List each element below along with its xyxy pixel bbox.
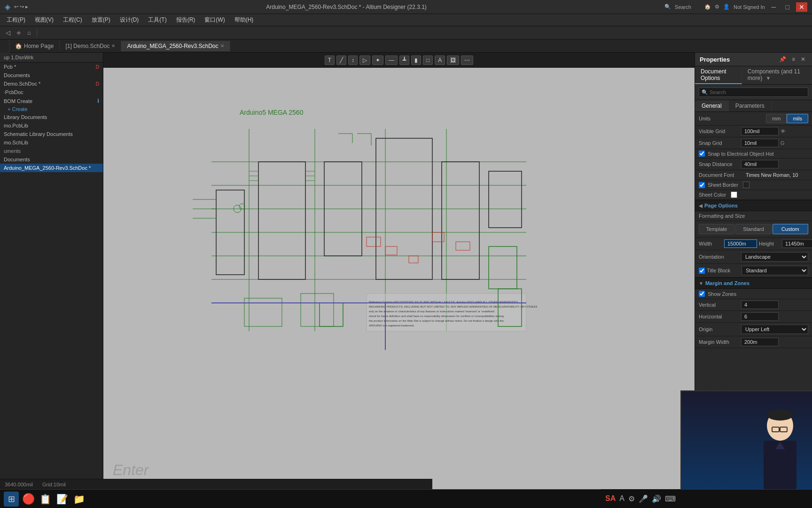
tool-image[interactable]: 🖼: [447, 56, 459, 65]
vertical-input[interactable]: [741, 301, 779, 309]
properties-search-input[interactable]: [699, 87, 808, 97]
unit-mils-button[interactable]: mils: [787, 114, 808, 123]
sidebar-create-btn[interactable]: + Create: [0, 105, 103, 113]
orientation-select[interactable]: Landscape Portrait: [741, 252, 808, 262]
sidebar-item-libdocs[interactable]: Library Documents: [0, 113, 103, 121]
horizontal-input[interactable]: [741, 312, 779, 321]
margin-zones-header[interactable]: ▼ Margin and Zones: [695, 278, 812, 289]
menu-design[interactable]: 设计(D): [116, 15, 143, 25]
sidebar-item-arduino-schdoc[interactable]: Arduino_MEGA_2560-Rev3.SchDoc *: [0, 164, 103, 172]
tab-home[interactable]: 🏠 Home Page: [9, 41, 60, 51]
filter-icon[interactable]: ▼: [766, 75, 771, 81]
tool-power[interactable]: ┻: [399, 56, 409, 65]
menu-project[interactable]: 工程(P): [3, 15, 29, 25]
taskbar-app4[interactable]: 📁: [71, 492, 86, 507]
toolbar-back[interactable]: ◁: [3, 28, 13, 38]
not-signed-in[interactable]: Not Signed In: [734, 4, 765, 10]
tray-icon-volume[interactable]: 🔊: [652, 494, 661, 503]
tab-components[interactable]: Components (and 11 more) ▼: [742, 66, 812, 84]
format-standard-button[interactable]: Standard: [735, 224, 771, 234]
margin-width-input[interactable]: [741, 338, 779, 346]
taskbar-app3[interactable]: 📝: [55, 492, 70, 507]
tab-arrows[interactable]: [0, 40, 9, 53]
tray-icon-keyboard[interactable]: ⌨: [665, 494, 676, 503]
menu-reports[interactable]: 报告(R): [172, 15, 199, 25]
tab-demo-close[interactable]: ✕: [111, 43, 115, 48]
title-block-checkbox[interactable]: [699, 268, 705, 274]
subtab-general[interactable]: General: [695, 100, 729, 111]
tray-icon-mic[interactable]: 🎤: [639, 494, 648, 503]
tool-component[interactable]: ▮: [411, 56, 421, 65]
tab-arduino[interactable]: Arduino_MEGA_2560-Rev3.SchDoc ✕: [121, 41, 230, 51]
tool-bus[interactable]: ▷: [359, 56, 370, 65]
origin-select[interactable]: Upper Left Upper Right Lower Left: [741, 325, 808, 334]
show-zones-checkbox[interactable]: [699, 291, 705, 297]
visible-grid-input[interactable]: [741, 127, 779, 135]
sheet-border-checkbox[interactable]: [699, 182, 705, 188]
sidebar-item-pcblib[interactable]: mo.PcbLib: [0, 121, 103, 130]
tool-junction[interactable]: ✦: [372, 56, 383, 65]
tool-wire[interactable]: ╱: [336, 56, 346, 65]
tool-text[interactable]: A: [435, 56, 445, 65]
menu-tools[interactable]: 工具(T): [144, 15, 170, 25]
snap-electrical-checkbox[interactable]: [699, 151, 705, 157]
tray-icon-a[interactable]: A: [619, 494, 625, 503]
format-template-button[interactable]: Template: [699, 224, 734, 234]
tool-place[interactable]: ↕: [348, 56, 358, 65]
svg-point-65: [767, 409, 793, 421]
tool-rect[interactable]: □: [423, 56, 433, 65]
sidebar-item-pcb[interactable]: Pcb * D: [0, 63, 103, 71]
tool-select[interactable]: T: [325, 56, 335, 65]
sidebar-item-uments[interactable]: uments: [0, 147, 103, 155]
tab-arduino-close[interactable]: ✕: [220, 43, 224, 48]
editor-canvas[interactable]: Arduino5 MEGA 2560: [103, 68, 695, 498]
sidebar-item-schlibdocs[interactable]: Schematic Library Documents: [0, 130, 103, 138]
snap-grid-input[interactable]: [741, 139, 779, 147]
panel-pin-button[interactable]: 📌: [777, 56, 788, 63]
title-block-select[interactable]: Standard ANSI: [742, 266, 808, 275]
sidebar-item-demoschdoc[interactable]: Demo.SchDoc * D: [0, 79, 103, 88]
snap-grid-key-icon[interactable]: G: [781, 140, 785, 146]
sheet-border-color-swatch[interactable]: [743, 182, 750, 188]
tab-demo[interactable]: [1] Demo.SchDoc ✕: [60, 41, 121, 51]
height-input[interactable]: [782, 239, 812, 248]
taskbar-start-button[interactable]: ⊞: [4, 492, 19, 507]
tool-misc[interactable]: ⋯: [461, 56, 473, 65]
menu-view[interactable]: 视图(V): [31, 15, 57, 25]
menu-project2[interactable]: 工程(C): [59, 15, 86, 25]
subtab-parameters[interactable]: Parameters: [729, 100, 772, 111]
tool-label[interactable]: —: [385, 56, 398, 65]
schematic-content: Arduino5 MEGA 2560: [103, 68, 695, 498]
search-label[interactable]: Search: [675, 4, 691, 10]
unit-mm-button[interactable]: mm: [766, 114, 787, 123]
sidebar-item-bomcreate[interactable]: BOM Create ℹ: [0, 96, 103, 105]
snap-distance-row: Snap Distance: [695, 159, 812, 170]
close-button[interactable]: ✕: [796, 2, 807, 12]
menu-help[interactable]: 帮助(H): [231, 15, 258, 25]
toolbar-nav1[interactable]: ⎆: [14, 28, 23, 38]
page-options-header[interactable]: ◀ Page Options: [695, 200, 812, 211]
snap-distance-input[interactable]: [741, 160, 779, 168]
toolbar-nav2[interactable]: ⌂: [24, 28, 34, 38]
tray-icon-settings[interactable]: ⚙: [628, 494, 635, 503]
maximize-button[interactable]: □: [783, 2, 792, 12]
minimize-button[interactable]: ─: [769, 2, 779, 12]
visible-grid-icon[interactable]: 👁: [781, 128, 786, 134]
width-input[interactable]: [724, 239, 757, 248]
menu-window[interactable]: 窗口(W): [201, 15, 228, 25]
menu-place[interactable]: 放置(P): [88, 15, 114, 25]
tray-icon-sa[interactable]: SA: [605, 494, 616, 503]
sidebar-item-docs2[interactable]: Documents: [0, 155, 103, 164]
sidebar-item-pcbdoc[interactable]: ·PcbDoc: [0, 88, 103, 96]
tab-document-options[interactable]: Document Options: [695, 66, 742, 84]
taskbar-app1[interactable]: 🔴: [21, 492, 36, 507]
panel-close-button[interactable]: ✕: [799, 56, 807, 63]
sidebar-item-documents[interactable]: Documents: [0, 71, 103, 79]
sheet-border-row: Sheet Border: [695, 180, 812, 190]
sidebar-item-schlib[interactable]: mo.SchLib: [0, 138, 103, 147]
sidebar-libdocs-label: Library Documents: [4, 114, 47, 120]
panel-settings-button[interactable]: ≡: [790, 56, 797, 63]
sheet-color-swatch[interactable]: [731, 191, 737, 198]
format-custom-button[interactable]: Custom: [773, 224, 808, 234]
taskbar-app2[interactable]: 📋: [38, 492, 53, 507]
